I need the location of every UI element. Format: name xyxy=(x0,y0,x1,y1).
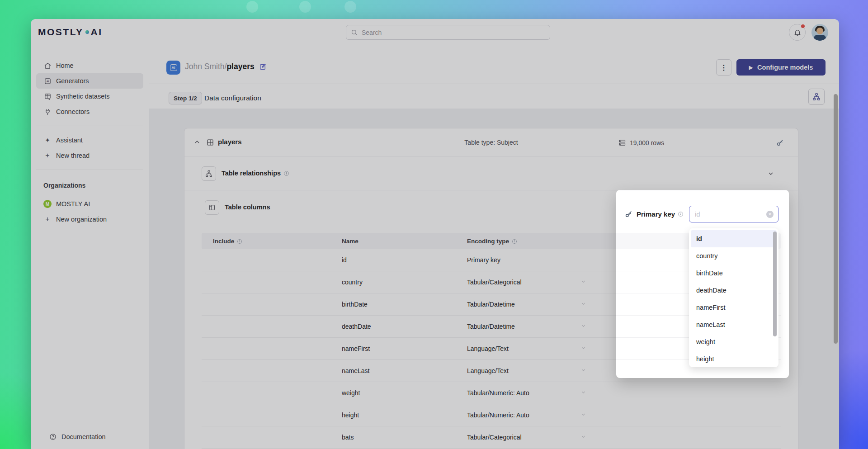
chevron-down-icon xyxy=(580,389,586,397)
svg-text:AI: AI xyxy=(46,80,49,82)
encoding-select[interactable]: Tabular/Numeric: Auto xyxy=(467,389,781,397)
model-tree-button[interactable] xyxy=(808,89,825,105)
encoding-select[interactable]: Tabular/Categorical xyxy=(467,434,781,441)
search-input[interactable] xyxy=(362,29,545,36)
sidebar-item-label: Assistant xyxy=(56,137,83,144)
sidebar-item-home[interactable]: Home xyxy=(36,58,143,73)
columns-icon-box xyxy=(205,200,219,215)
edit-title-icon[interactable] xyxy=(259,63,267,71)
ai-chip-label: AI xyxy=(170,64,177,71)
chevron-down-icon xyxy=(580,323,586,330)
primary-key-input[interactable] xyxy=(689,210,753,218)
table-type-label: Table type: Subject xyxy=(184,139,798,146)
kebab-icon: ⋮ xyxy=(720,63,727,72)
column-name: height xyxy=(342,411,467,419)
sidebar-item-label: Generators xyxy=(56,77,89,85)
sidebar: Home AI Generators Synthetic datasets Co… xyxy=(31,45,149,449)
generator-type-icon: AI xyxy=(166,61,180,75)
search-box[interactable] xyxy=(346,25,550,40)
table-card-header[interactable]: players Table type: Subject 19,000 rows xyxy=(184,128,798,156)
sidebar-item-new-thread[interactable]: + New thread xyxy=(36,148,143,163)
dropdown-option-id[interactable]: id xyxy=(691,230,777,247)
logo-text-right: AI xyxy=(91,27,103,38)
wallpaper-decoration xyxy=(246,1,258,13)
dropdown-scrollbar[interactable] xyxy=(773,232,777,336)
organizations-section-label: Organizations xyxy=(31,176,149,192)
rows-count-label: 19,000 rows xyxy=(630,139,664,147)
column-name: weight xyxy=(342,389,467,397)
encoding-select[interactable]: Tabular/Numeric: Auto xyxy=(467,411,781,419)
clear-icon[interactable]: ✕ xyxy=(766,211,774,218)
dropdown-option-country[interactable]: country xyxy=(691,247,777,265)
sidebar-item-label: New organization xyxy=(56,216,107,223)
encoding-select[interactable]: Language/Text xyxy=(467,367,781,374)
breadcrumb: John Smith/ players xyxy=(185,62,267,71)
sidebar-item-documentation[interactable]: Documentation xyxy=(42,429,138,444)
chevron-down-icon xyxy=(580,367,586,374)
configure-models-label: Configure models xyxy=(757,64,813,71)
table-relationships-section[interactable]: Table relationships xyxy=(184,156,798,190)
info-icon xyxy=(678,211,684,217)
page-scrollbar[interactable] xyxy=(834,94,838,344)
dropdown-option-deathDate[interactable]: deathDate xyxy=(691,282,777,299)
primary-key-select[interactable]: ✕ xyxy=(689,206,778,222)
sidebar-item-assistant[interactable]: ✦ Assistant xyxy=(36,132,143,148)
notification-dot xyxy=(801,24,805,28)
header-name: Name xyxy=(342,238,467,245)
sidebar-item-label: Home xyxy=(56,62,74,69)
breadcrumb-owner: John Smith/ xyxy=(185,62,226,71)
bell-icon xyxy=(793,28,802,37)
avatar-face xyxy=(816,28,823,34)
org-badge: M xyxy=(43,200,52,208)
sidebar-item-new-organization[interactable]: + New organization xyxy=(36,212,143,227)
sidebar-divider xyxy=(36,170,143,170)
dropdown-option-weight[interactable]: weight xyxy=(691,333,777,350)
column-name: nameLast xyxy=(342,367,467,374)
dropdown-option-nameLast[interactable]: nameLast xyxy=(691,316,777,333)
sidebar-item-synthetic-datasets[interactable]: Synthetic datasets xyxy=(36,89,143,104)
logo-dot-icon xyxy=(85,30,89,34)
primary-key-label: Primary key xyxy=(637,210,675,218)
logo-text-left: MOSTLY xyxy=(38,27,84,38)
dropdown-option-height[interactable]: height xyxy=(691,350,777,368)
info-icon xyxy=(237,239,242,244)
column-name: nameFirst xyxy=(342,345,467,352)
notifications-button[interactable] xyxy=(789,24,806,41)
topbar: MOSTLY AI xyxy=(31,19,839,45)
page-title: players xyxy=(226,62,254,71)
sidebar-item-label: Connectors xyxy=(56,108,90,115)
key-icon xyxy=(624,210,633,218)
relationships-icon xyxy=(205,170,212,177)
header-include: Include xyxy=(202,238,342,245)
sidebar-item-generators[interactable]: AI Generators xyxy=(36,73,143,89)
search-icon xyxy=(351,29,358,36)
step-title: Data configuration xyxy=(204,94,261,102)
user-avatar[interactable] xyxy=(811,24,828,41)
step-badge: Step 1/2 xyxy=(169,92,202,104)
relationships-icon-box xyxy=(202,166,216,181)
sidebar-item-label: New thread xyxy=(56,152,90,159)
generators-icon: AI xyxy=(43,77,52,85)
primary-key-icon[interactable] xyxy=(776,138,784,149)
sidebar-item-org-mostly-ai[interactable]: M MOSTLY AI xyxy=(36,196,143,212)
column-name: birthDate xyxy=(342,301,467,308)
dropdown-option-birthDate[interactable]: birthDate xyxy=(691,265,777,282)
table-row-height: height Tabular/Numeric: Auto xyxy=(202,404,781,426)
database-icon xyxy=(618,139,626,147)
more-actions-button[interactable]: ⋮ xyxy=(716,59,731,76)
relationships-label: Table relationships xyxy=(222,170,289,177)
connectors-icon xyxy=(43,108,52,116)
home-icon xyxy=(43,62,52,70)
chevron-down-icon[interactable] xyxy=(767,170,774,179)
sidebar-divider xyxy=(36,126,143,126)
configure-models-button[interactable]: ▶ Configure models xyxy=(736,59,826,76)
org-badge-letter: M xyxy=(43,200,52,208)
chevron-down-icon xyxy=(580,345,586,352)
plus-icon: + xyxy=(43,215,52,223)
column-name: id xyxy=(342,256,467,264)
primary-key-field-label: Primary key xyxy=(624,206,684,222)
sidebar-item-label: MOSTLY AI xyxy=(56,200,90,208)
sidebar-item-connectors[interactable]: Connectors xyxy=(36,104,143,119)
dropdown-option-nameFirst[interactable]: nameFirst xyxy=(691,299,777,316)
rows-count: 19,000 rows xyxy=(618,139,664,147)
